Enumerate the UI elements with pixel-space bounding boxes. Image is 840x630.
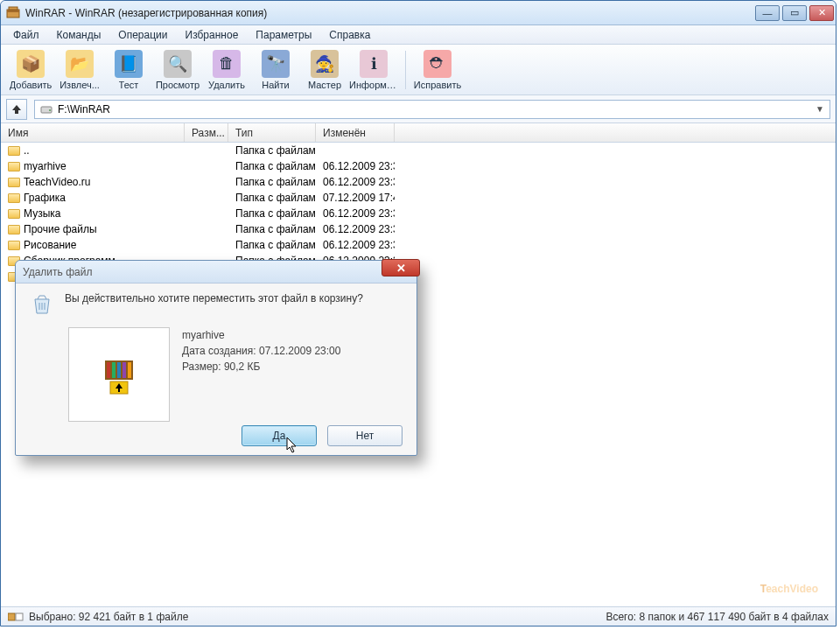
tool-icon: 🗑 (213, 50, 241, 78)
menu-operations[interactable]: Операции (109, 26, 176, 44)
menu-favorites[interactable]: Избранное (177, 26, 248, 44)
file-name: Рисование (24, 239, 76, 251)
menu-help[interactable]: Справка (320, 26, 379, 44)
file-modified: 06.12.2009 23:37 (316, 207, 395, 220)
tool-[interactable]: 🗑Удалить (202, 48, 251, 92)
svg-rect-2 (9, 7, 18, 10)
tool-[interactable]: 📘Тест (104, 48, 153, 92)
col-type[interactable]: Тип (228, 123, 316, 142)
meta-size: Размер: 90,2 КБ (182, 359, 340, 374)
svg-rect-12 (128, 362, 131, 378)
file-row[interactable]: TeachVideo.ruПапка с файлами06.12.2009 2… (1, 174, 836, 190)
list-header: Имя Разм... Тип Изменён (1, 123, 836, 143)
tool-[interactable]: ⛑Исправить (413, 48, 462, 92)
file-modified: 06.12.2009 23:38 (316, 160, 395, 172)
path-text: F:\WinRAR (58, 103, 110, 116)
tool-icon: ℹ (360, 50, 388, 78)
tool-label: Мастер (308, 80, 341, 90)
tool-[interactable]: 📂Извлеч... (55, 48, 104, 92)
col-name[interactable]: Имя (1, 123, 185, 142)
svg-point-4 (49, 109, 51, 111)
file-row[interactable]: РисованиеПапка с файлами06.12.2009 23:36 (1, 237, 836, 253)
tool-label: Добавить (10, 80, 52, 90)
tool-label: Извлеч... (60, 80, 100, 90)
svg-rect-10 (117, 362, 121, 378)
file-name: Прочие файлы (24, 223, 97, 235)
svg-rect-6 (16, 613, 23, 620)
file-type: Папка с файлами (228, 223, 316, 235)
folder-icon (8, 209, 20, 219)
menu-file[interactable]: Файл (4, 26, 48, 44)
tool-icon: 📂 (66, 50, 94, 78)
tool-label: Найти (262, 80, 289, 90)
folder-icon (8, 146, 20, 156)
yes-button[interactable]: Да (242, 425, 317, 446)
file-modified: 06.12.2009 23:39 (316, 223, 395, 235)
file-row[interactable]: myarhiveПапка с файлами06.12.2009 23:38 (1, 158, 836, 174)
tool-label: Исправить (414, 80, 461, 90)
status-left: Выбрано: 92 421 байт в 1 файле (29, 611, 188, 623)
toolbar: 📦Добавить📂Извлеч...📘Тест🔍Просмотр🗑Удалит… (1, 45, 836, 95)
tool-label: Удалить (208, 80, 245, 90)
menu-commands[interactable]: Команды (48, 26, 110, 44)
tool-label: Информация (349, 80, 398, 90)
tool-icon: 📘 (115, 50, 143, 78)
maximize-button[interactable]: ▭ (782, 5, 807, 21)
file-row[interactable]: ГрафикаПапка с файлами07.12.2009 17:46 (1, 190, 836, 206)
dialog-close-button[interactable]: ✕ (382, 259, 420, 276)
file-preview (68, 327, 170, 422)
file-row[interactable]: ..Папка с файлами (1, 143, 836, 158)
folder-icon (8, 225, 20, 234)
statusbar: Выбрано: 92 421 байт в 1 файле Всего: 8 … (1, 606, 836, 626)
tool-icon: ⛑ (424, 50, 452, 78)
tool-[interactable]: 🔭Найти (251, 48, 300, 92)
up-button[interactable] (6, 99, 27, 120)
tool-[interactable]: 🧙Мастер (300, 48, 349, 92)
svg-rect-11 (122, 362, 126, 378)
tool-label: Тест (119, 80, 139, 90)
meta-created: Дата создания: 07.12.2009 23:00 (182, 343, 340, 359)
tool-icon: 🔍 (164, 50, 192, 78)
minimize-button[interactable]: — (755, 5, 780, 21)
titlebar[interactable]: WinRAR - WinRAR (незарегистрированная ко… (1, 1, 836, 25)
file-meta: myarhive Дата создания: 07.12.2009 23:00… (182, 327, 340, 422)
svg-rect-8 (107, 362, 110, 378)
path-box[interactable]: F:\WinRAR ▼ (34, 100, 830, 119)
no-button[interactable]: Нет (327, 425, 402, 446)
recycle-icon (30, 292, 54, 317)
file-name: .. (24, 144, 30, 157)
watermark: TeachVideo (760, 565, 818, 599)
file-row[interactable]: Прочие файлыПапка с файлами06.12.2009 23… (1, 221, 836, 237)
close-button[interactable]: ✕ (809, 5, 834, 21)
file-modified: 07.12.2009 17:46 (316, 192, 395, 204)
menu-options[interactable]: Параметры (247, 26, 320, 44)
folder-icon (8, 241, 20, 250)
svg-rect-5 (8, 613, 15, 620)
file-row[interactable]: МузыкаПапка с файлами06.12.2009 23:37 (1, 206, 836, 221)
addressbar: F:\WinRAR ▼ (1, 95, 836, 123)
file-name: TeachVideo.ru (24, 176, 91, 188)
tool-[interactable]: 📦Добавить (6, 48, 55, 92)
folder-icon (8, 193, 20, 203)
file-type: Папка с файлами (228, 176, 316, 188)
dialog-title: Удалить файл (23, 266, 92, 278)
status-right: Всего: 8 папок и 467 117 490 байт в 4 фа… (606, 611, 829, 623)
folder-icon (8, 162, 20, 172)
meta-filename: myarhive (182, 327, 340, 343)
drive-icon (40, 103, 52, 116)
dialog-titlebar[interactable]: Удалить файл ✕ (16, 261, 416, 284)
path-dropdown-icon[interactable]: ▼ (816, 104, 824, 114)
tool-[interactable]: ℹИнформация (349, 48, 398, 92)
tool-icon: 📦 (17, 50, 45, 78)
col-size[interactable]: Разм... (185, 123, 228, 142)
app-icon (6, 6, 20, 20)
archive-icon (96, 352, 142, 397)
file-type: Папка с файлами (228, 144, 316, 157)
file-name: myarhive (24, 160, 66, 172)
tool-[interactable]: 🔍Просмотр (153, 48, 202, 92)
file-type: Папка с файлами (228, 192, 316, 204)
file-name: Графика (24, 192, 66, 204)
col-modified[interactable]: Изменён (316, 123, 395, 142)
status-icon (8, 612, 24, 622)
file-modified: 06.12.2009 23:36 (316, 239, 395, 251)
